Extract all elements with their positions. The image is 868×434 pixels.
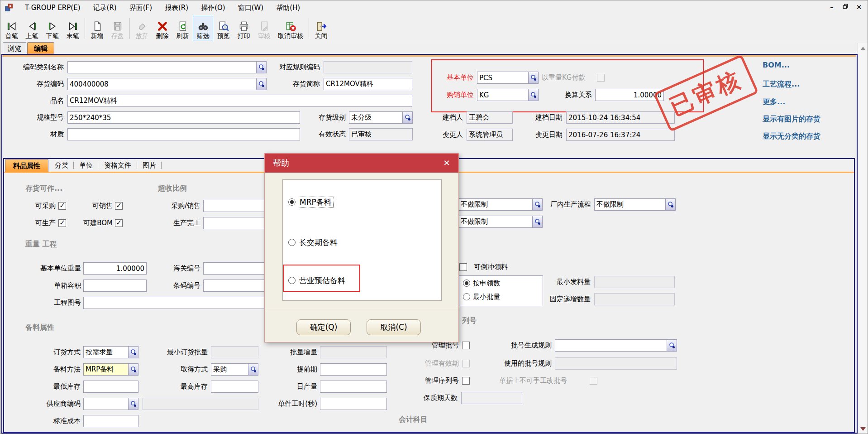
max-stock-input[interactable]: [211, 381, 258, 393]
lookup-icon[interactable]: [532, 216, 543, 228]
subtab-item-attributes[interactable]: 料品属性: [5, 159, 48, 172]
fixed-inc-input[interactable]: [594, 293, 675, 305]
dialog-option-mrp-label[interactable]: MRP备料: [298, 197, 333, 207]
item-name-input[interactable]: [67, 95, 412, 107]
lookup-icon[interactable]: [128, 363, 138, 376]
trade-unit-input[interactable]: [477, 89, 528, 101]
dialog-option-forecast-radio[interactable]: [288, 277, 296, 284]
menu-app[interactable]: T-GROUP ERP(E): [19, 2, 87, 14]
acquire-input[interactable]: [211, 363, 248, 376]
lookup-icon[interactable]: [665, 198, 676, 211]
minimize-icon[interactable]: –: [826, 2, 838, 12]
process-flow-link[interactable]: 工艺流程...: [763, 80, 800, 89]
subtab-images[interactable]: 图片: [139, 159, 160, 172]
discard-button[interactable]: 放弃: [132, 16, 152, 40]
rule-code-input[interactable]: [324, 61, 412, 73]
print-button[interactable]: 打印: [234, 16, 254, 40]
base-unit-input[interactable]: [477, 72, 528, 84]
menu-report[interactable]: 报表(R): [158, 2, 195, 14]
box-volume-input[interactable]: [83, 280, 147, 292]
tab-edit[interactable]: 编辑: [27, 42, 54, 54]
lead-time-input[interactable]: [320, 363, 387, 376]
show-unclassified-link[interactable]: 显示无分类的存货: [763, 132, 820, 141]
dialog-option-mrp-radio[interactable]: [288, 198, 296, 206]
drawing-input[interactable]: [83, 297, 276, 309]
spec-input[interactable]: [67, 111, 300, 124]
lookup-icon[interactable]: [667, 339, 677, 352]
batch-inc-input[interactable]: [320, 346, 387, 358]
next-record-button[interactable]: 下笔: [42, 16, 62, 40]
menu-help[interactable]: 帮助(H): [270, 2, 306, 14]
more-link[interactable]: 更多...: [763, 97, 785, 107]
lookup-icon[interactable]: [402, 111, 413, 124]
vertical-scrollbar[interactable]: [858, 43, 868, 434]
lookup-icon[interactable]: [528, 72, 539, 84]
daily-output-input[interactable]: [320, 381, 387, 393]
filter-button[interactable]: 筛选: [193, 16, 213, 40]
sellable-checkbox[interactable]: [115, 202, 123, 210]
subtab-classification[interactable]: 分类: [51, 159, 72, 172]
issue-by-request-radio[interactable]: [463, 280, 470, 287]
conversion-input[interactable]: [595, 89, 664, 101]
new-button[interactable]: 新增: [87, 16, 107, 40]
dialog-option-longlead-label[interactable]: 长交期备料: [299, 237, 338, 247]
delete-button[interactable]: 删除: [152, 16, 172, 40]
level-input[interactable]: [349, 111, 402, 124]
preview-button[interactable]: 预览: [213, 16, 234, 40]
lookup-icon[interactable]: [256, 61, 267, 73]
scroll-up-icon[interactable]: [860, 47, 866, 50]
min-order-input[interactable]: [211, 346, 258, 358]
cancel-audit-button[interactable]: 取消审核: [274, 16, 307, 40]
refresh-button[interactable]: 刷新: [172, 16, 193, 40]
lookup-icon[interactable]: [128, 346, 138, 358]
shelf-days-input[interactable]: [461, 392, 522, 404]
unit-weight-input[interactable]: [83, 262, 147, 275]
min-issue-input[interactable]: [594, 276, 675, 288]
prep-method-input[interactable]: [83, 363, 128, 376]
bom-link[interactable]: BOM...: [763, 61, 790, 69]
min-stock-input[interactable]: [83, 381, 138, 393]
last-record-button[interactable]: 末笔: [62, 16, 83, 40]
subtab-units[interactable]: 单位: [76, 159, 96, 172]
pay-by-weight-checkbox[interactable]: [597, 74, 605, 82]
no-manual-batch-checkbox[interactable]: [590, 377, 597, 385]
lookup-icon[interactable]: [532, 198, 543, 211]
restore-icon[interactable]: [839, 2, 851, 12]
scroll-down-icon[interactable]: [860, 427, 866, 431]
lookup-icon[interactable]: [248, 363, 258, 376]
std-cost-input[interactable]: [83, 415, 138, 427]
producible-checkbox[interactable]: [58, 219, 66, 227]
item-abbr-input[interactable]: [324, 78, 412, 90]
lookup-icon[interactable]: [528, 89, 539, 101]
backflush-checkbox[interactable]: [459, 263, 467, 271]
manage-serial-checkbox[interactable]: [462, 377, 470, 385]
dialog-cancel-button[interactable]: 取消(C): [367, 319, 421, 335]
dialog-close-icon[interactable]: ✕: [441, 158, 452, 169]
manage-batch-checkbox[interactable]: [462, 342, 470, 349]
close-window-button[interactable]: 关闭: [311, 16, 331, 40]
menu-record[interactable]: 记录(R): [87, 2, 123, 14]
item-code-input[interactable]: [67, 78, 256, 90]
batch-rule-input[interactable]: [555, 339, 667, 352]
lookup-icon[interactable]: [256, 78, 267, 90]
order-mode-input[interactable]: [83, 346, 128, 358]
lookup-icon[interactable]: [128, 398, 138, 410]
purchasable-checkbox[interactable]: [58, 202, 66, 210]
unit-hours-input[interactable]: [320, 398, 387, 410]
menu-interface[interactable]: 界面(F): [123, 2, 158, 14]
issue-min-batch-radio[interactable]: [463, 293, 470, 300]
subtab-qualification[interactable]: 资格文件: [100, 159, 135, 172]
dialog-option-longlead-radio[interactable]: [288, 239, 296, 246]
prev-record-button[interactable]: 上笔: [22, 16, 42, 40]
bom-checkbox[interactable]: [115, 219, 123, 227]
restrict2-input[interactable]: [458, 216, 532, 228]
first-record-button[interactable]: 首笔: [1, 16, 22, 40]
manage-expiry-checkbox[interactable]: [462, 360, 470, 367]
material-input[interactable]: [67, 128, 300, 140]
show-with-image-link[interactable]: 显示有图片的存货: [763, 115, 820, 124]
menu-operation[interactable]: 操作(O): [195, 2, 232, 14]
code-type-input[interactable]: [67, 61, 256, 73]
menu-window[interactable]: 窗口(W): [232, 2, 270, 14]
tab-browse[interactable]: 浏览: [3, 42, 26, 54]
save-button[interactable]: 存盘: [107, 16, 128, 40]
